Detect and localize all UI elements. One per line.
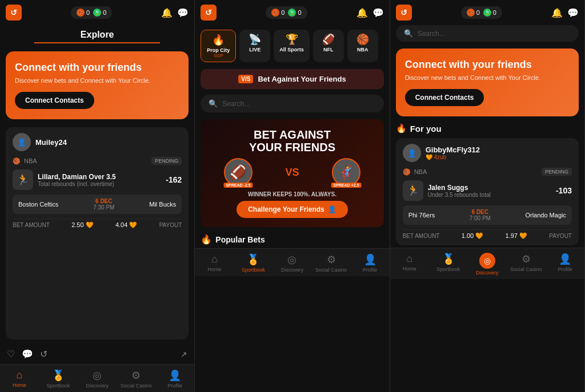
search-icon-p2: 🔍 bbox=[209, 99, 218, 108]
discovery-label-p2: Discovery bbox=[281, 267, 304, 273]
nav-sportbook-p1[interactable]: 🏅 Sportbook bbox=[39, 368, 78, 390]
discovery-label-p3: Discovery bbox=[476, 270, 499, 276]
search-bar-p3[interactable]: 🔍 Search... bbox=[396, 25, 579, 42]
sport-cat-live[interactable]: 📡 LIVE bbox=[239, 30, 270, 62]
username-p1: Muiley24 bbox=[35, 138, 67, 147]
nav-casino-p2[interactable]: ⚙ Social Casino bbox=[312, 252, 351, 274]
nav-profile-p1[interactable]: 👤 Profile bbox=[155, 368, 194, 390]
nav-home-p1[interactable]: ⌂ Home bbox=[0, 368, 39, 390]
app-logo-p1[interactable]: ↺ bbox=[6, 5, 22, 21]
share-btn-p1[interactable]: ↗ bbox=[181, 350, 187, 359]
spread-right: SPREAD +2.5 bbox=[331, 183, 361, 188]
coin-green-val-p1: 0 bbox=[103, 9, 106, 16]
discovery-active-icon-p3: ◎ bbox=[479, 253, 495, 269]
bet-amount-label-p3: BET AMOUNT bbox=[403, 233, 440, 239]
promo-card-p3: Connect with your friends Discover new b… bbox=[396, 49, 579, 116]
promo-desc-p1: Discover new bets and Connect with Your … bbox=[15, 77, 179, 84]
time-p1: 7:30 PM bbox=[93, 204, 114, 211]
pending-badge-p3: PENDING bbox=[542, 168, 572, 176]
teams-row-p3: Phi 76ers 6 DEC 7:00 PM Orlando Magic bbox=[403, 205, 572, 225]
nav-discovery-p1[interactable]: ◎ Discovery bbox=[78, 368, 117, 390]
coin-ball-orange-p1: 🏀 bbox=[77, 9, 85, 17]
hero-avatar-left: 🏈 SPREAD -2.5 bbox=[224, 158, 253, 187]
date-p1: 6 DEC bbox=[93, 198, 114, 204]
chat-icon-p3[interactable]: 💬 bbox=[567, 7, 579, 18]
nav-home-p2[interactable]: ⌂ Home bbox=[195, 252, 234, 274]
prop-city-label: Prop City bbox=[207, 47, 230, 53]
app-logo-p2[interactable]: ↺ bbox=[201, 5, 217, 21]
bell-icon-p1[interactable]: 🔔 bbox=[161, 7, 173, 18]
challenge-btn[interactable]: Challenge Your Friends 👤 bbox=[237, 201, 348, 218]
casino-label-p1: Social Casino bbox=[121, 383, 152, 389]
nav-sportbook-p3[interactable]: 🏅 Sportbook bbox=[429, 252, 468, 277]
nav-casino-p3[interactable]: ⚙ Social Casino bbox=[507, 252, 546, 277]
nav-profile-p2[interactable]: 👤 Profile bbox=[351, 252, 390, 274]
bell-icon-p3[interactable]: 🔔 bbox=[551, 7, 563, 18]
profile-label-p3: Profile bbox=[558, 266, 572, 272]
teams-row-p1: Boston Celtics 6 DEC 7:30 PM Mil Bucks bbox=[13, 195, 182, 214]
live-label: LIVE bbox=[249, 47, 261, 52]
promo-title-p3: Connect with your friends bbox=[405, 59, 570, 71]
bet-row-p3: 🏃 Jalen Suggs Under 3.5 rebounds total -… bbox=[403, 180, 572, 201]
bet-friends-btn[interactable]: V/S Bet Against Your Friends bbox=[201, 69, 383, 89]
team2-p3: Orlando Magic bbox=[525, 212, 566, 219]
coin-green-p3: 🍃 0 bbox=[483, 9, 496, 17]
promo-desc-p3: Discover new bets and Connect with Your … bbox=[405, 74, 570, 81]
sportbook-label-p1: Sportbook bbox=[47, 383, 70, 389]
nav-casino-p1[interactable]: ⚙ Social Casino bbox=[117, 368, 155, 390]
sport-cat-nfl[interactable]: 🏈 NFL bbox=[313, 30, 344, 62]
heart-btn-p1[interactable]: ♡ bbox=[7, 349, 15, 359]
search-icon-p3: 🔍 bbox=[404, 29, 413, 38]
nfl-label: NFL bbox=[323, 47, 334, 52]
coin-green-p2: 🍃 0 bbox=[288, 9, 301, 17]
casino-label-p3: Social Casino bbox=[510, 266, 542, 272]
panel-explore: ↺ 🏀 0 🍃 0 🔔 💬 Explore Connect with your … bbox=[0, 0, 195, 392]
sport-cat-allsports[interactable]: 🏆 All Sports bbox=[274, 30, 310, 62]
sportbook-icon-p3: 🏅 bbox=[442, 253, 455, 265]
chat-icon-p2[interactable]: 💬 bbox=[372, 7, 384, 18]
bet-friends-label: Bet Against Your Friends bbox=[258, 75, 346, 83]
sportbook-label-p3: Sportbook bbox=[436, 266, 460, 272]
nba-icon-p3: 🏀 bbox=[403, 168, 411, 176]
match-date-p1: 6 DEC 7:30 PM bbox=[93, 198, 114, 211]
comment-btn-p1[interactable]: 💬 bbox=[22, 349, 33, 359]
nav-sportbook-p2[interactable]: 🏅 Sportbook bbox=[234, 252, 273, 274]
coin-ball-green-p1: 🍃 bbox=[93, 9, 101, 17]
nav-discovery-p2[interactable]: ◎ Discovery bbox=[273, 252, 311, 274]
hero-avatar-right: 🦸 SPREAD +2.5 bbox=[332, 158, 360, 187]
casino-icon-p3: ⚙ bbox=[522, 253, 531, 265]
connect-contacts-btn-p1[interactable]: Connect Contacts bbox=[15, 92, 94, 109]
coins-p1: 🏀 0 🍃 0 bbox=[71, 6, 112, 19]
fire-foryou-icon: 🔥 bbox=[396, 123, 407, 134]
allsports-label: All Sports bbox=[279, 47, 304, 52]
popular-header: 🔥 Popular Bets bbox=[195, 231, 389, 248]
nav-home-p3[interactable]: ⌂ Home bbox=[390, 252, 429, 277]
search-placeholder-p3: Search... bbox=[418, 30, 445, 38]
payout-label-p1: PAYOUT bbox=[159, 222, 182, 228]
sport-cat-propsgp[interactable]: 🔥 Prop City SGP bbox=[201, 30, 236, 62]
league-row-p3: 🏀 NBA PENDING bbox=[403, 168, 572, 176]
sport-cat-nba[interactable]: 🏀 NBA bbox=[347, 30, 378, 62]
repost-btn-p1[interactable]: ↺ bbox=[40, 349, 47, 359]
chat-icon-p1[interactable]: 💬 bbox=[177, 7, 189, 18]
spread-left: SPREAD -2.5 bbox=[223, 183, 253, 188]
nav-profile-p3[interactable]: 👤 Profile bbox=[546, 252, 584, 277]
popular-title: Popular Bets bbox=[215, 235, 265, 244]
discovery-icon-p1: ◎ bbox=[93, 369, 102, 382]
search-placeholder-p2: Search... bbox=[222, 100, 250, 108]
profile-icon-p1: 👤 bbox=[169, 369, 181, 382]
user-info-p3: GibbyMcFly312 🧡 4zub bbox=[426, 146, 480, 160]
profile-icon-p2: 👤 bbox=[364, 253, 376, 266]
league-row-p1: 🏀 NBA PENDING bbox=[13, 157, 182, 165]
search-bar-p2[interactable]: 🔍 Search... bbox=[201, 95, 383, 112]
nba-icon-p2: 🏀 bbox=[356, 33, 369, 46]
coin-ball-green-p2: 🍃 bbox=[288, 9, 296, 17]
app-logo-p3[interactable]: ↺ bbox=[396, 5, 412, 21]
live-icon-p2: 📡 bbox=[249, 33, 261, 46]
bell-icon-p2[interactable]: 🔔 bbox=[356, 7, 368, 18]
nav-discovery-p3[interactable]: ◎ Discovery bbox=[468, 252, 507, 277]
coin-green-val-p2: 0 bbox=[298, 9, 301, 16]
connect-contacts-btn-p3[interactable]: Connect Contacts bbox=[405, 89, 484, 106]
profile-label-p1: Profile bbox=[168, 383, 183, 389]
bottom-nav-p1: ⌂ Home 🏅 Sportbook ◎ Discovery ⚙ Social … bbox=[0, 364, 194, 392]
